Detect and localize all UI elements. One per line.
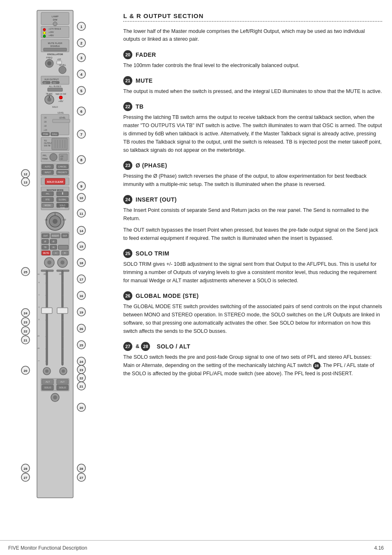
svg-text:SOLO: SOLO [59,386,66,389]
footer: FIVE Monitor Functional Description 4.16 [0,540,392,555]
svg-text:+19V: +19V [48,31,54,33]
svg-text:20: 20 [80,406,83,410]
badge-23: 23 [123,161,132,170]
svg-text:VIA TB: VIA TB [44,144,51,147]
item-insert-body: The Insert Point consists of separate Se… [123,206,382,242]
item-phase: 23 Ø (Phase) Pressing the Ø (Phase) swit… [123,161,382,188]
hardware-panel: LAMP DIM +17V RAILS +19V +48V MUTE FLASH… [0,8,119,522]
svg-text:+48V: +48V [48,34,54,37]
item-solo-alt-title: SOLO / ALT [157,343,190,350]
hardware-svg: LAMP DIM +17V RAILS +19V +48V MUTE FLASH… [0,8,115,510]
item-global-mode: 26 GLOBAL MODE (STE) The GLOBAL MODE STE… [123,291,382,335]
item-insert-header: 24 INSERT (OUT) [123,195,382,204]
svg-text:+17V RAILS: +17V RAILS [48,28,61,30]
badge-28: 28 [141,342,150,351]
svg-text:27: 27 [24,476,28,480]
item-solo-trim: 25 SOLO TRIM SOLO TRIM gives +/- 10dB ad… [123,249,382,285]
svg-text:18: 18 [80,261,83,265]
item-fader-body: The 100mm fader controls the final level… [123,61,382,70]
svg-text:MODE: MODE [45,204,51,207]
svg-text:CANCEL: CANCEL [58,165,67,168]
svg-text:15: 15 [80,245,83,248]
svg-text:INSERT: INSERT [52,235,59,237]
svg-point-98 [53,219,58,224]
svg-text:SOLO: SOLO [52,106,58,108]
svg-text:-26: -26 [44,116,46,119]
svg-text:IN: IN [53,246,55,248]
svg-text:Ø: Ø [44,240,46,243]
svg-text:OUT: OUT [63,235,67,237]
svg-text:TB: TB [44,246,47,248]
item-mute-body: The output is muted when the switch is p… [123,87,382,95]
item-solo-trim-header: 25 SOLO TRIM [123,249,382,258]
svg-text:24: 24 [80,360,83,364]
svg-text:22: 22 [80,376,83,380]
svg-text:28: 28 [80,467,83,471]
svg-text:MUTE FLASH: MUTE FLASH [48,42,62,44]
badge-21: 21 [123,76,132,85]
svg-text:11: 11 [80,212,83,216]
svg-text:MASTER MODE: MASTER MODE [46,189,64,191]
svg-text:XLR OUTPUT: XLR OUTPUT [44,78,59,81]
svg-point-37 [59,96,62,99]
svg-text:LEVEL: LEVEL [59,64,66,66]
svg-text:PFL: PFL [46,193,49,195]
svg-text:6: 6 [80,109,82,114]
page-content: LAMP DIM +17V RAILS +19V +48V MUTE FLASH… [0,0,392,543]
svg-rect-15 [44,48,67,51]
svg-text:-10: -10 [44,125,46,127]
svg-text:ALL BUSES: ALL BUSES [49,85,61,88]
svg-text:22: 22 [24,330,28,333]
svg-text:LAMP: LAMP [52,15,58,18]
svg-text:7: 7 [80,132,82,137]
svg-rect-132 [46,271,48,365]
svg-point-4 [53,22,57,26]
section-divider [123,21,382,22]
item-global-mode-title: GLOBAL MODE (STE) [136,293,199,299]
svg-text:TRIM: TRIM [42,158,48,160]
svg-text:14: 14 [80,229,83,233]
svg-text:25: 25 [24,270,28,274]
item-mute-header: 21 MUTE [123,76,382,85]
svg-text:28: 28 [24,467,28,471]
item-global-mode-body: The GLOBAL MODE STE switch provides swit… [123,302,382,335]
svg-point-161 [45,369,48,373]
svg-text:CALL: CALL [52,133,58,135]
svg-text:Ø: Ø [53,240,55,243]
svg-text:LEVEL: LEVEL [59,116,66,119]
svg-text:PFL: PFL [43,154,47,157]
svg-text:+10: +10 [62,218,66,221]
svg-point-23 [59,66,66,74]
svg-text:-10: -10 [60,158,63,160]
svg-text:tape on red: tape on red [55,93,66,95]
item-tb-header: 22 TB [123,102,382,111]
svg-text:10: 10 [38,273,40,275]
svg-text:20: 20 [24,369,28,373]
section-title: L & R OUTPUT SECTION [123,12,382,19]
item-fader: 20 FADER The 100mm fader controls the fi… [123,50,382,70]
item-global-mode-header: 26 GLOBAL MODE (STE) [123,291,382,300]
svg-text:23: 23 [80,368,83,372]
item-fader-title: FADER [136,51,156,58]
section-intro: The lower half of the Master module comp… [123,28,382,44]
svg-text:5: 5 [80,89,82,93]
svg-point-7 [43,32,46,34]
svg-text:10: 10 [80,196,83,200]
item-insert-title: INSERT (OUT) [136,196,177,203]
item-tb-body: Pressing the latching TB switch arms the… [123,113,382,154]
svg-text:-10: -10 [44,218,47,221]
svg-text:23: 23 [24,320,28,324]
svg-text:TRIM: TRIM [60,207,65,209]
svg-text:LEVEL: LEVEL [58,111,64,114]
footer-left: FIVE Monitor Functional Description [8,545,87,551]
svg-text:+10: +10 [60,156,63,158]
svg-text:AUTO: AUTO [45,165,51,168]
badge-26: 26 [123,291,132,300]
svg-text:SOLO: SOLO [44,386,51,389]
svg-point-127 [60,260,65,265]
badge-22: 22 [123,102,132,111]
svg-text:INPUT: INPUT [45,171,51,174]
svg-text:RTE: RTE [46,198,50,201]
svg-rect-133 [42,308,52,313]
item-tb: 22 TB Pressing the latching TB switch ar… [123,102,382,154]
